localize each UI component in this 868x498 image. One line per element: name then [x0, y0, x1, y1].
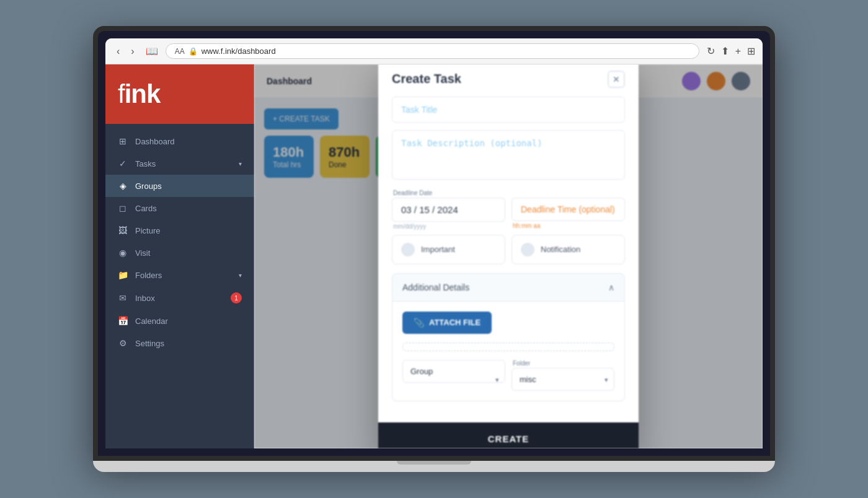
url-text: www.f.ink/dashboard	[202, 46, 276, 56]
laptop-frame: ‹ › 📖 AA 🔒 www.f.ink/dashboard ↻ ⬆ + ⊞	[93, 26, 775, 472]
settings-icon: ⚙	[118, 338, 128, 348]
sidebar-label-cards: Cards	[135, 204, 157, 213]
folder-dropdown[interactable]: misc archive inbox projects	[512, 368, 614, 391]
sidebar-item-visit[interactable]: ◉ Visit	[105, 242, 254, 264]
folder-dropdown-wrapper: Folder misc archive inbox projects	[512, 360, 614, 391]
group-dropdown-wrapper: Group Personal Work Team ▾	[402, 360, 505, 391]
aa-label: AA	[175, 47, 185, 56]
browser-actions: ↻ ⬆ + ⊞	[707, 45, 755, 57]
sidebar-label-tasks: Tasks	[135, 159, 156, 168]
additional-details-section: Additional Details ∧ 📎 ATTACH FILE	[392, 273, 625, 401]
lock-icon: 🔒	[188, 47, 198, 56]
task-description-field	[392, 130, 625, 182]
sidebar-label-calendar: Calendar	[135, 317, 168, 326]
deadline-time-wrapper: t hh:mm aa	[512, 190, 625, 230]
paperclip-icon: 📎	[414, 318, 424, 328]
modal-header: Create Task ✕	[378, 64, 639, 97]
sidebar-item-settings[interactable]: ⚙ Settings	[105, 332, 254, 354]
tasks-arrow-icon: ▾	[239, 160, 242, 167]
sidebar-item-groups[interactable]: ◈ Groups	[105, 175, 254, 197]
laptop-base	[93, 461, 775, 472]
modal-body: Deadline Date mm/dd/yyyy t hh:mm aa	[378, 97, 639, 422]
datetime-row: Deadline Date mm/dd/yyyy t hh:mm aa	[392, 190, 625, 230]
important-label: Important	[421, 245, 455, 254]
sidebar-label-dashboard: Dashboard	[135, 137, 175, 146]
logo-text: fink	[118, 79, 160, 109]
sidebar-label-picture: Picture	[135, 226, 160, 235]
visit-icon: ◉	[118, 248, 128, 258]
close-icon: ✕	[613, 74, 620, 84]
deadline-date-label: Deadline Date	[392, 190, 505, 196]
additional-details-title: Additional Details	[402, 282, 469, 292]
create-task-modal: Create Task ✕	[378, 64, 639, 448]
time-sublabel: hh:mm aa	[512, 222, 625, 229]
tasks-icon: ✓	[118, 159, 128, 168]
sidebar-item-inbox[interactable]: ✉ Inbox 1	[105, 286, 254, 310]
sidebar-item-tasks[interactable]: ✓ Tasks ▾	[105, 152, 254, 175]
sidebar-label-visit: Visit	[135, 248, 150, 258]
main-content: Dashboard + CREATE TASK 180h Total	[254, 64, 763, 448]
sidebar-label-settings: Settings	[135, 339, 164, 348]
deadline-date-wrapper: Deadline Date mm/dd/yyyy	[392, 190, 505, 230]
notification-toggle[interactable]: Notification	[512, 235, 625, 264]
sidebar: fink ⊞ Dashboard ✓ Tasks ▾	[105, 64, 254, 448]
additional-details-body: 📎 ATTACH FILE	[392, 302, 625, 401]
important-toggle[interactable]: Important	[392, 235, 505, 264]
sidebar-item-folders[interactable]: 📁 Folders ▾	[105, 264, 254, 286]
task-description-input[interactable]	[392, 130, 625, 180]
picture-icon: 🖼	[118, 225, 128, 235]
file-drop-area[interactable]	[402, 343, 614, 351]
share-button[interactable]: ⬆	[721, 45, 729, 57]
deadline-time-input[interactable]	[512, 198, 625, 221]
new-tab-button[interactable]: +	[735, 46, 741, 57]
sidebar-item-calendar[interactable]: 📅 Calendar	[105, 310, 254, 332]
browser-chrome: ‹ › 📖 AA 🔒 www.f.ink/dashboard ↻ ⬆ + ⊞	[105, 38, 763, 448]
laptop-screen: ‹ › 📖 AA 🔒 www.f.ink/dashboard ↻ ⬆ + ⊞	[93, 26, 775, 461]
additional-details-header[interactable]: Additional Details ∧	[392, 273, 625, 302]
inbox-icon: ✉	[118, 293, 128, 303]
reload-button[interactable]: ↻	[707, 45, 715, 57]
important-circle	[401, 243, 415, 256]
folder-dropdown-label: Folder	[512, 360, 614, 367]
deadline-date-input[interactable]	[392, 198, 505, 222]
sidebar-nav: ⊞ Dashboard ✓ Tasks ▾ ◈ Groups	[105, 124, 254, 360]
inbox-badge: 1	[231, 292, 242, 304]
browser-nav-buttons: ‹ ›	[113, 45, 138, 58]
date-sublabel: mm/dd/yyyy	[392, 223, 505, 230]
sidebar-item-picture[interactable]: 🖼 Picture	[105, 219, 254, 242]
forward-button[interactable]: ›	[127, 45, 138, 58]
book-icon: 📖	[146, 45, 158, 57]
back-button[interactable]: ‹	[113, 45, 123, 58]
calendar-icon: 📅	[118, 316, 128, 326]
groups-icon: ◈	[118, 181, 128, 191]
cards-icon: ◻	[118, 203, 128, 213]
modal-overlay: Create Task ✕	[254, 64, 763, 448]
folders-arrow-icon: ▾	[239, 272, 242, 279]
modal-title: Create Task	[392, 72, 461, 86]
dropdowns-row: Group Personal Work Team ▾	[402, 360, 614, 391]
sidebar-item-dashboard[interactable]: ⊞ Dashboard	[105, 130, 254, 152]
tabs-button[interactable]: ⊞	[747, 45, 755, 57]
chevron-up-icon: ∧	[608, 282, 614, 292]
modal-close-button[interactable]: ✕	[608, 71, 625, 88]
dashboard-icon: ⊞	[118, 136, 128, 146]
sidebar-logo: fink	[105, 64, 254, 124]
folders-icon: 📁	[118, 270, 128, 280]
sidebar-label-folders: Folders	[135, 271, 162, 280]
notification-label: Notification	[541, 245, 580, 254]
sidebar-label-groups: Groups	[135, 181, 162, 191]
app-container: fink ⊞ Dashboard ✓ Tasks ▾	[105, 64, 763, 448]
browser-toolbar: ‹ › 📖 AA 🔒 www.f.ink/dashboard ↻ ⬆ + ⊞	[105, 38, 763, 64]
address-bar[interactable]: AA 🔒 www.f.ink/dashboard	[166, 43, 699, 59]
notification-circle	[521, 243, 534, 256]
sidebar-label-inbox: Inbox	[135, 294, 155, 303]
sidebar-item-cards[interactable]: ◻ Cards	[105, 197, 254, 219]
group-dropdown[interactable]: Group Personal Work Team	[402, 360, 505, 383]
create-button[interactable]: CREATE	[378, 422, 639, 449]
attach-file-label: ATTACH FILE	[429, 318, 480, 327]
attach-file-button[interactable]: 📎 ATTACH FILE	[402, 312, 492, 334]
task-title-field	[392, 97, 625, 123]
toggle-row: Important Notification	[392, 235, 625, 264]
task-title-input[interactable]	[392, 97, 625, 123]
